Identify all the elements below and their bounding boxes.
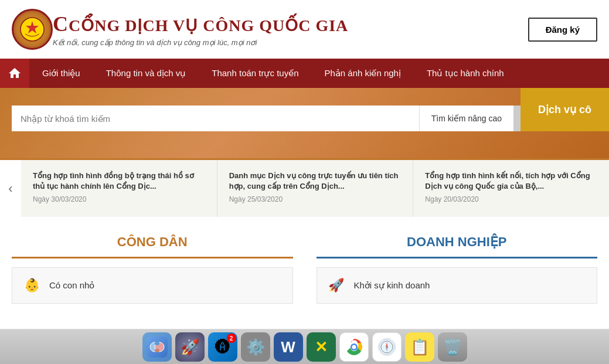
news-item: Tổng hợp tình hình đồng bộ trạng thái hồ…: [21, 160, 217, 217]
news-date-2: Ngày 25/03/2020: [229, 195, 402, 203]
nav-item-thu-tuc[interactable]: Thủ tục hành chính: [414, 59, 517, 88]
news-items: Tổng hợp tình hình đồng bộ trạng thái hồ…: [21, 160, 609, 217]
cong-dan-service-item[interactable]: 👶 Có con nhỏ: [12, 267, 293, 304]
news-title-2: Danh mục Dịch vụ công trực tuyến ưu tiên…: [229, 171, 402, 192]
news-title-3: Tổng hợp tình hình kết nối, tích hợp với…: [425, 171, 597, 192]
hero-section: Tìm kiếm nâng cao Dịch vụ cô: [0, 88, 609, 158]
news-date-3: Ngày 20/03/2020: [425, 195, 597, 203]
co-con-nho-icon: 👶: [21, 275, 42, 296]
doanh-nghiep-column: DOANH NGHIỆP 🚀 Khởi sự kinh doanh: [317, 234, 598, 304]
khoi-su-kinh-doanh-icon: 🚀: [326, 275, 347, 296]
cong-dan-column: CÔNG DÂN 👶 Có con nhỏ: [12, 234, 293, 304]
site-subtitle: Kết nối, cung cấp thông tin và dịch vụ c…: [53, 38, 528, 47]
advanced-search-button[interactable]: Tìm kiếm nâng cao: [419, 106, 513, 131]
doanh-nghiep-divider: [317, 257, 598, 258]
register-button[interactable]: Đăng ký: [528, 18, 597, 42]
header-title-block: CCỔNG DỊCH VỤ CÔNG QUỐC GIA Kết nối, cun…: [53, 12, 528, 47]
nav-item-phan-anh[interactable]: Phản ánh kiến nghị: [312, 59, 414, 88]
home-icon: [8, 66, 22, 80]
register-area: Đăng ký: [528, 18, 597, 42]
dich-vu-button[interactable]: Dịch vụ cô: [520, 88, 609, 131]
search-row: Tìm kiếm nâng cao: [12, 106, 539, 131]
header: CCỔNG DỊCH VỤ CÔNG QUỐC GIA Kết nối, cun…: [0, 0, 609, 59]
news-section: ‹ Tổng hợp tình hình đồng bộ trạng thái …: [0, 158, 609, 217]
cong-dan-divider: [12, 257, 293, 258]
nav-item-thanh-toan[interactable]: Thanh toán trực tuyến: [199, 59, 311, 88]
doanh-nghiep-title: DOANH NGHIỆP: [317, 234, 598, 250]
news-date-1: Ngày 30/03/2020: [33, 195, 205, 203]
news-item: Tổng hợp tình hình kết nối, tích hợp với…: [413, 160, 609, 217]
site-title: CCỔNG DỊCH VỤ CÔNG QUỐC GIA: [53, 12, 528, 36]
nav-home-button[interactable]: [0, 59, 29, 88]
logo-emblem: [12, 9, 53, 50]
news-prev-button[interactable]: ‹: [0, 160, 21, 217]
nav-item-thong-tin[interactable]: Thông tin và dịch vụ: [93, 59, 199, 88]
search-input[interactable]: [12, 106, 419, 131]
services-section: CÔNG DÂN 👶 Có con nhỏ DOANH NGHIỆP 🚀 Khở…: [0, 217, 609, 315]
news-item: Danh mục Dịch vụ công trực tuyến ưu tiên…: [217, 160, 414, 217]
cong-dan-title: CÔNG DÂN: [12, 234, 293, 250]
nav-bar: Giới thiệu Thông tin và dịch vụ Thanh to…: [0, 59, 609, 88]
doanh-nghiep-service-item[interactable]: 🚀 Khởi sự kinh doanh: [317, 267, 598, 304]
co-con-nho-label: Có con nhỏ: [49, 280, 94, 291]
news-title-1: Tổng hợp tình hình đồng bộ trạng thái hồ…: [33, 171, 205, 192]
emblem-svg: [19, 16, 45, 42]
khoi-su-kinh-doanh-label: Khởi sự kinh doanh: [354, 280, 430, 291]
nav-item-gioi-thieu[interactable]: Giới thiệu: [29, 59, 93, 88]
